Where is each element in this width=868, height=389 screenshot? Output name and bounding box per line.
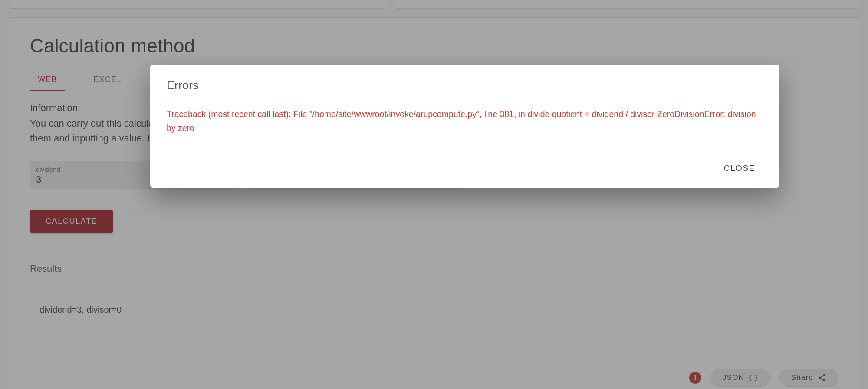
errors-dialog: Errors Traceback (most recent call last)…	[150, 65, 779, 188]
dialog-title: Errors	[167, 79, 763, 92]
modal-overlay[interactable]	[0, 0, 868, 389]
close-button[interactable]: CLOSE	[716, 158, 763, 178]
dialog-actions: CLOSE	[167, 158, 763, 178]
dialog-error-message: Traceback (most recent call last): File …	[167, 107, 763, 135]
